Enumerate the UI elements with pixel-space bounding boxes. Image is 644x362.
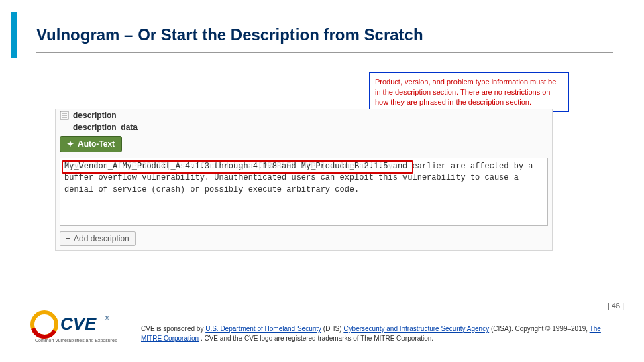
svg-text:®: ®: [105, 315, 109, 322]
page-number: | 46 |: [608, 302, 624, 310]
footer-between1: (DHS): [323, 325, 344, 333]
plus-icon: +: [66, 234, 70, 243]
list-icon: [60, 111, 69, 120]
subsection-label: description_data: [73, 123, 138, 132]
page-title: Vulnogram – Or Start the Description fro…: [36, 25, 423, 44]
add-description-button[interactable]: + Add description: [60, 231, 136, 246]
svg-text:CVE: CVE: [60, 314, 97, 334]
footer-link-dhs[interactable]: U.S. Department of Homeland Security: [205, 325, 321, 333]
add-description-label: Add description: [74, 234, 129, 243]
description-panel: description description_data ✦ Auto-Text…: [55, 109, 553, 251]
wand-icon: ✦: [67, 139, 74, 149]
subsection-row: description_data: [56, 121, 552, 133]
accent-bar: [11, 12, 17, 58]
auto-text-button[interactable]: ✦ Auto-Text: [60, 136, 122, 152]
description-textarea[interactable]: A version of [PRODUCT] is affected by a …: [60, 158, 548, 226]
footer-suffix: . CVE and the CVE logo are registered tr…: [201, 335, 433, 342]
footer-link-cisa[interactable]: Cybersecurity and Infrastructure Securit…: [343, 325, 489, 333]
section-label: description: [73, 111, 117, 120]
auto-text-label: Auto-Text: [78, 139, 115, 149]
textarea-text: My_Vendor_A My_Product_A 4.1.3 through 4…: [64, 161, 543, 196]
callout-text: Product, version, and problem type infor…: [375, 78, 556, 106]
section-header-row: description: [56, 109, 552, 121]
footer-text: CVE is sponsored by U.S. Department of H…: [141, 324, 610, 343]
svg-text:Common Vulnerabilities and Exp: Common Vulnerabilities and Exposures: [35, 338, 117, 343]
footer-between2: (CISA). Copyright © 1999–2019,: [491, 325, 590, 333]
cve-logo: CVE ® Common Vulnerabilities and Exposur…: [30, 308, 123, 345]
title-divider: [36, 52, 613, 53]
callout-box: Product, version, and problem type infor…: [369, 72, 569, 112]
footer-prefix: CVE is sponsored by: [141, 325, 205, 333]
